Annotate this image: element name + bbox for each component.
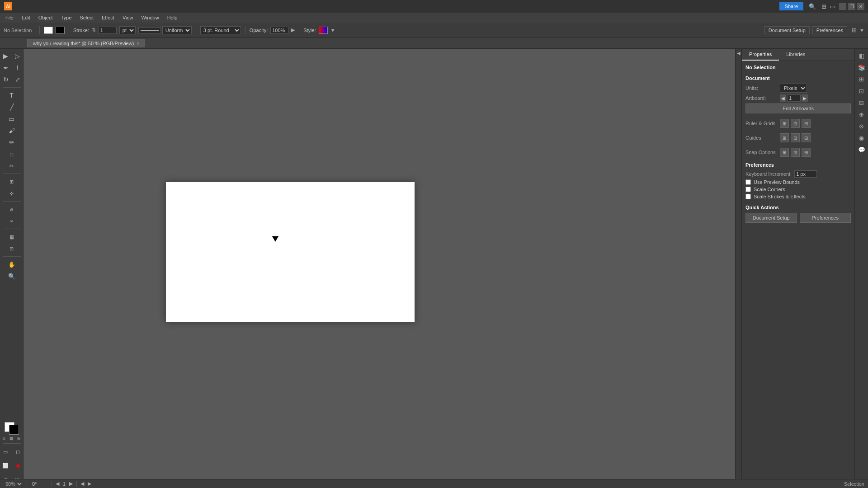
stroke-size-select[interactable]: 3 pt. Round — [200, 26, 241, 34]
menu-select[interactable]: Select — [76, 14, 97, 21]
snap-icon-2[interactable]: ⊡ — [791, 148, 800, 157]
menu-type[interactable]: Type — [57, 14, 75, 21]
status-right-arrow[interactable]: ▶ — [88, 481, 91, 487]
status-left-arrow[interactable]: ◀ — [80, 481, 84, 487]
normal-draw-icon[interactable]: ▭ — [0, 446, 11, 457]
background-color[interactable] — [9, 425, 19, 435]
opacity-arrow[interactable]: ▶ — [291, 27, 295, 33]
snap-icon-3[interactable]: ⊟ — [802, 148, 811, 157]
canvas-scroll[interactable] — [24, 49, 735, 488]
line-tool[interactable]: ╱ — [6, 102, 17, 113]
guides-icon-2[interactable]: ⊡ — [791, 133, 800, 142]
scissors-tool[interactable]: ✂ — [6, 160, 17, 171]
arrange-icon[interactable]: ⊞ — [821, 3, 826, 10]
restore-button[interactable]: ❐ — [848, 3, 855, 10]
slice-tool[interactable]: ⊡ — [6, 243, 17, 254]
transform-strip-icon[interactable]: ⊕ — [857, 109, 867, 119]
rotation-input[interactable] — [31, 481, 48, 487]
document-setup-qa-button[interactable]: Document Setup — [745, 213, 797, 223]
units-select[interactable]: Pixels — [780, 84, 807, 93]
ruler-icon-1[interactable]: ⊞ — [780, 119, 789, 128]
menu-view[interactable]: View — [119, 14, 137, 21]
tab-close-button[interactable]: × — [137, 41, 139, 46]
stroke-style-select[interactable]: Uniform — [162, 26, 192, 34]
menu-effect[interactable]: Effect — [98, 14, 118, 21]
align-arrow[interactable]: ▼ — [859, 28, 864, 33]
keyboard-increment-input[interactable] — [794, 170, 817, 178]
artboard-prev-btn[interactable]: ◀ — [780, 94, 786, 102]
preferences-qa-button[interactable]: Preferences — [800, 213, 851, 223]
artboards-strip-icon[interactable]: ⊡ — [857, 86, 867, 96]
ruler-icon-3[interactable]: ⊟ — [802, 119, 811, 128]
scale-corners-checkbox[interactable] — [745, 187, 751, 192]
edit-artboards-button[interactable]: Edit Artboards — [745, 103, 851, 113]
zoom-select[interactable]: 50% — [4, 481, 23, 487]
search-icon[interactable]: 🔍 — [809, 3, 816, 10]
stroke-width-input[interactable] — [99, 27, 117, 34]
pathfinder-strip-icon[interactable]: ⊗ — [857, 121, 867, 131]
align-strip-icon[interactable]: ⊟ — [857, 98, 867, 108]
status-next-btn[interactable]: ▶ — [69, 481, 73, 487]
align-icon[interactable]: ⊞ — [852, 27, 857, 33]
share-button[interactable]: Share — [779, 2, 803, 10]
pencil-tool[interactable]: ✏ — [6, 137, 17, 148]
pen-tool[interactable]: ✒ — [0, 62, 11, 73]
gradient-icon[interactable]: ▦ — [9, 436, 14, 441]
blend-tool[interactable]: ∞ — [6, 216, 17, 226]
close-button[interactable]: ✕ — [857, 3, 864, 10]
scale-tool[interactable]: ⤢ — [12, 74, 23, 85]
panel-collapse-button[interactable]: ◀ — [735, 49, 741, 488]
behind-draw-icon[interactable]: ◻ — [13, 446, 24, 457]
fill-swatch[interactable] — [44, 27, 53, 34]
normal-mode-icon[interactable]: ⬜ — [0, 460, 11, 471]
opacity-input[interactable] — [270, 27, 288, 34]
zoom-tool[interactable]: 🔍 — [6, 271, 17, 282]
column-graph-tool[interactable]: ▦ — [6, 231, 17, 242]
tab-libraries[interactable]: Libraries — [779, 49, 812, 61]
properties-strip-icon[interactable]: ◧ — [857, 51, 867, 61]
type-tool[interactable]: T — [6, 90, 17, 101]
menu-edit[interactable]: Edit — [18, 14, 34, 21]
preferences-button[interactable]: Preferences — [812, 26, 847, 34]
stroke-swatch[interactable] — [56, 27, 65, 34]
artboard-tool[interactable]: ⊞ — [6, 176, 17, 187]
hand-tool[interactable]: ✋ — [6, 259, 17, 270]
snap-icon-1[interactable]: ⊞ — [780, 148, 789, 157]
tab-properties[interactable]: Properties — [742, 49, 779, 61]
menu-object[interactable]: Object — [35, 14, 57, 21]
guides-icon-1[interactable]: ⊞ — [780, 133, 789, 142]
comments-strip-icon[interactable]: 💬 — [857, 145, 867, 155]
direct-selection-tool[interactable]: ▷ — [12, 51, 23, 61]
selection-tool[interactable]: ▶ — [0, 51, 11, 61]
scale-strokes-checkbox[interactable] — [745, 194, 751, 199]
mesh-icon[interactable]: ⊞ — [17, 436, 21, 441]
artboard-next-btn[interactable]: ▶ — [802, 94, 808, 102]
style-swatch[interactable] — [319, 27, 328, 34]
appearance-strip-icon[interactable]: ◉ — [857, 133, 867, 143]
menu-file[interactable]: File — [2, 14, 17, 21]
eyedropper-tool[interactable]: ⌀ — [6, 204, 17, 215]
free-transform-tool[interactable]: ⊹ — [6, 188, 17, 199]
panel-icon[interactable]: ▭ — [830, 3, 835, 10]
eraser-tool[interactable]: ◻ — [6, 149, 17, 160]
layers-strip-icon[interactable]: ⊞ — [857, 74, 867, 84]
minimize-button[interactable]: — — [839, 3, 846, 10]
status-prev-btn[interactable]: ◀ — [56, 481, 59, 487]
canvas-area[interactable] — [24, 49, 735, 488]
paintbrush-tool[interactable]: 🖌 — [6, 125, 17, 136]
document-setup-button[interactable]: Document Setup — [764, 26, 810, 34]
clip-mode-icon[interactable]: ◉ — [13, 460, 24, 471]
curvature-tool[interactable]: ⌇ — [12, 62, 23, 73]
rectangle-tool[interactable]: ▭ — [6, 113, 17, 124]
rotate-tool[interactable]: ↻ — [0, 74, 11, 85]
guides-icon-3[interactable]: ⊟ — [802, 133, 811, 142]
ruler-icon-2[interactable]: ⊡ — [791, 119, 800, 128]
artboard-input[interactable] — [787, 94, 801, 102]
stroke-unit-select[interactable]: pt — [119, 26, 136, 34]
none-color-icon[interactable]: ⊘ — [2, 436, 6, 441]
style-arrow[interactable]: ▼ — [330, 28, 335, 33]
use-preview-bounds-checkbox[interactable] — [745, 179, 751, 185]
libraries-strip-icon[interactable]: 📚 — [857, 62, 867, 72]
menu-help[interactable]: Help — [164, 14, 181, 21]
document-tab[interactable]: why you reading this* @ 50 % (RGB/Previe… — [27, 39, 145, 47]
